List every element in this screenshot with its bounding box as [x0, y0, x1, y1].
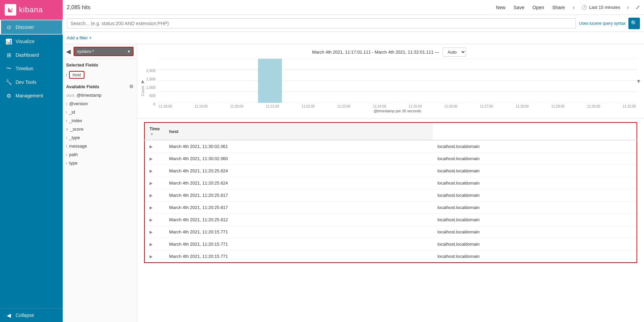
row-expand-arrow-2[interactable]: ▶: [149, 169, 153, 173]
field-item-message[interactable]: tmessage: [63, 142, 137, 150]
x-label-1119: 11:19:00: [195, 105, 208, 108]
next-time-button[interactable]: ›: [626, 4, 630, 11]
field-type-@version: t: [66, 102, 67, 106]
compass-icon: ⊙: [5, 24, 12, 31]
row-expand-arrow-4[interactable]: ▶: [149, 193, 153, 198]
sidebar-label-discover: Discover: [16, 24, 34, 30]
row-expand-arrow-0[interactable]: ▶: [149, 144, 153, 149]
table-row: ▶March 4th 2021, 11:30:02.060localhost.l…: [144, 153, 637, 165]
new-button[interactable]: New: [495, 4, 507, 11]
field-item-_score[interactable]: #_score: [63, 125, 137, 133]
timestamp-interval-label: @timestamp per 30 seconds: [158, 109, 637, 113]
time-header-label: Time: [149, 126, 160, 131]
row-expand-arrow-1[interactable]: ▶: [149, 156, 153, 161]
time-column-header[interactable]: Time ▼: [144, 122, 164, 140]
field-type-host: t: [66, 73, 67, 77]
field-item-_id[interactable]: t_id: [63, 108, 137, 116]
row-expand-arrow-9[interactable]: ▶: [149, 254, 153, 259]
y-label-0: 0: [146, 102, 156, 106]
field-name-@version: @version: [69, 101, 88, 106]
left-panel: ◀ system-* ▾ Selected Fields t host Avai…: [63, 44, 137, 322]
row-expand-arrow-6[interactable]: ▶: [149, 217, 153, 222]
x-axis-labels: 11:18:00 11:19:00 11:20:00 11:21:00 11:2…: [158, 105, 637, 108]
selected-fields-label: Selected Fields: [63, 59, 137, 69]
main-area: 2,085 hits New Save Open Share ‹ 🕐 Last …: [63, 0, 644, 322]
top-toolbar: 2,085 hits New Save Open Share ‹ 🕐 Last …: [63, 0, 644, 15]
host-cell-0: localhost.localdomain: [433, 140, 637, 153]
x-label-1125: 11:25:00: [408, 105, 422, 108]
add-filter-button[interactable]: Add a filter +: [67, 35, 92, 40]
data-table: Time ▼ host ▶March 4th 2021, 11:30:02.06…: [144, 122, 637, 263]
sidebar-item-timelion[interactable]: 〜 Timelion: [0, 62, 63, 75]
row-expand-arrow-7[interactable]: ▶: [149, 230, 153, 234]
time-range-selector[interactable]: 🕐 Last 15 minutes: [582, 5, 620, 10]
row-expand-arrow-3[interactable]: ▶: [149, 181, 153, 186]
open-button[interactable]: Open: [531, 4, 545, 11]
sidebar-label-management: Management: [16, 93, 43, 98]
time-cell-0: March 4th 2021, 11:30:02.061: [164, 140, 433, 153]
search-input[interactable]: [71, 21, 572, 26]
search-button[interactable]: 🔍: [628, 18, 640, 29]
lucene-syntax-link[interactable]: Uses lucene query syntax: [579, 21, 626, 26]
table-row: ▶March 4th 2021, 11:20:25.617localhost.l…: [144, 202, 637, 214]
index-pattern-value: system-*: [77, 49, 94, 54]
sidebar-item-discover[interactable]: ⊙ Discover: [0, 20, 63, 35]
kibana-logo-text: kibana: [19, 5, 43, 14]
index-pattern-dropdown[interactable]: system-* ▾: [74, 47, 134, 56]
x-label-1131: 11:31:00: [623, 105, 636, 108]
time-cell-1: March 4th 2021, 11:30:02.060: [164, 153, 433, 165]
field-item-@version[interactable]: t@version: [63, 99, 137, 108]
host-cell-6: localhost.localdomain: [433, 214, 637, 226]
y-label-2000: 2,000: [146, 69, 156, 73]
sidebar-item-dashboard[interactable]: ⊞ Dashboard: [0, 48, 63, 62]
bar-chart-icon: 📊: [5, 38, 12, 45]
expand-time-button[interactable]: ⤢: [636, 4, 640, 11]
table-row: ▶March 4th 2021, 11:20:25.624localhost.l…: [144, 177, 637, 189]
selected-field-host-box[interactable]: host: [69, 71, 84, 79]
y-label-1000: 1,000: [146, 86, 156, 90]
sidebar-item-visualize[interactable]: 📊 Visualize: [0, 35, 63, 48]
x-label-1124: 11:24:00: [373, 105, 386, 108]
time-cell-9: March 4th 2021, 11:20:15.771: [164, 250, 433, 263]
collapse-label: Collapse: [16, 312, 34, 318]
collapse-sidebar-button[interactable]: ◀: [66, 48, 71, 55]
field-item-@timestamp[interactable]: clock@timestamp: [63, 91, 137, 99]
row-expand-arrow-5[interactable]: ▶: [149, 205, 153, 210]
share-button[interactable]: Share: [551, 4, 566, 11]
field-item-_type[interactable]: t_type: [63, 133, 137, 142]
sidebar-item-management[interactable]: ⚙ Management: [0, 89, 63, 102]
field-item-type[interactable]: ttype: [63, 159, 137, 167]
expand-chart-button[interactable]: ▼: [636, 78, 641, 84]
y-axis-title: Count: [141, 69, 145, 113]
sidebar-item-devtools[interactable]: 🔧 Dev Tools: [0, 75, 63, 89]
available-fields-list: clock@timestampt@versiont_idt_index#_sco…: [63, 91, 137, 167]
host-header-label: host: [169, 129, 178, 134]
right-panel: ▲ March 4th 2021, 11:17:01.111 - March 4…: [137, 44, 644, 322]
field-item-_index[interactable]: t_index: [63, 116, 137, 125]
x-label-1126: 11:26:00: [444, 105, 458, 108]
host-cell-9: localhost.localdomain: [433, 250, 637, 263]
table-row: ▶March 4th 2021, 11:30:02.061localhost.l…: [144, 140, 637, 153]
save-button[interactable]: Save: [512, 4, 526, 11]
search-input-wrapper: [67, 18, 576, 29]
x-label-1118: 11:18:00: [159, 105, 172, 108]
table-area: Time ▼ host ▶March 4th 2021, 11:30:02.06…: [137, 119, 644, 322]
row-expand-arrow-8[interactable]: ▶: [149, 242, 153, 247]
interval-dropdown[interactable]: Auto: [443, 48, 466, 57]
field-name-@timestamp: @timestamp: [77, 93, 101, 98]
host-cell-1: localhost.localdomain: [433, 153, 637, 165]
host-column-header[interactable]: host: [164, 122, 433, 140]
fields-settings-icon[interactable]: ⚙: [129, 84, 134, 89]
field-type-_id: t: [66, 110, 67, 114]
table-row: ▶March 4th 2021, 11:20:15.771localhost.l…: [144, 226, 637, 238]
sidebar-label-visualize: Visualize: [16, 39, 35, 44]
y-axis: 2,000 1,500 1,000 500 0: [146, 69, 156, 113]
x-label-1122: 11:22:00: [302, 105, 315, 108]
field-type-_type: t: [66, 136, 67, 140]
field-item-path[interactable]: tpath: [63, 150, 137, 159]
sidebar: kibana ⊙ Discover 📊 Visualize ⊞ Dashboar…: [0, 0, 63, 322]
collapse-nav-item[interactable]: ◀ Collapse: [0, 308, 63, 322]
y-label-1500: 1,500: [146, 77, 156, 81]
prev-time-button[interactable]: ‹: [572, 4, 576, 11]
index-selector: ◀ system-* ▾: [63, 44, 137, 59]
